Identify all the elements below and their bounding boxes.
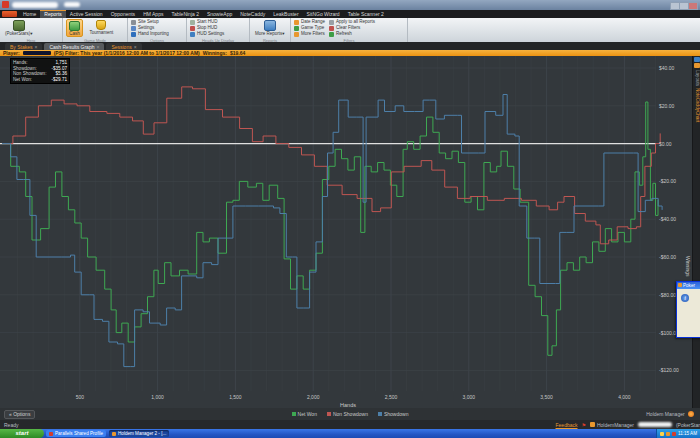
legend-item-net-won[interactable]: Net Won [292,410,317,418]
flag-icon: ⚑ [581,422,585,428]
options-items: Site SetupSettingsHand Importing [131,19,183,37]
stats-row-net-won: Net Won:-$29.71 [13,77,67,83]
hm-small-icon [590,422,595,427]
tray-alert-icon[interactable] [672,432,676,436]
close-icon[interactable]: × [35,44,38,50]
doc-tab-sessions[interactable]: Sessions× [106,43,141,50]
x-tick-label: 3,500 [540,394,553,400]
task-app-icon [49,432,53,436]
ribbon-item-hud-settings[interactable]: HUD Settings [190,31,246,37]
dock-pin-icon[interactable] [694,57,700,62]
close-icon[interactable]: × [96,44,99,50]
ribbon-item-label: Hand Importing [138,31,169,37]
start-button[interactable]: start [0,429,44,438]
filters-column-1: Date RangeGame TypeMore Filters [294,19,325,37]
ribbon-tab-leakbuster[interactable]: LeakBuster [269,10,302,18]
popup-dialog[interactable]: Poker i [676,281,700,338]
ribbon-group-reports: More Reports▾ Reports [250,18,291,43]
ribbon-tab-table-scanner-2[interactable]: Table Scanner 2 [344,10,388,18]
ribbon-item-refresh[interactable]: Refresh [329,31,375,37]
close-button[interactable] [688,2,698,10]
brand-label: Holdem Manager [646,411,684,417]
x-tick-label: 2,500 [385,394,398,400]
window-titlebar [0,0,700,10]
ribbon-tab-home[interactable]: Home [19,10,40,18]
ribbon-item-more-filters[interactable]: More Filters [294,31,325,37]
close-icon[interactable]: × [134,44,137,50]
chevron-down-icon: ▾ [282,31,284,36]
graph-footer: « Options Net WonNon ShowdownShowdown Ho… [0,408,700,420]
cash-label: Cash [69,31,80,36]
hud-gear-icon [190,32,195,37]
clock: 11:15 AM [678,431,697,436]
dock-panel-icon[interactable] [694,63,700,68]
legend-item-non-showdown[interactable]: Non Showdown [327,410,368,418]
taskbar-item-parallels-shared-profile[interactable]: Parallels Shared Profile [46,430,106,437]
ribbon-group-hud: Start HUDStop HUDHUD Settings Heads Up D… [187,18,250,43]
chart-canvas[interactable]: 5001,0001,5002,0002,5003,0003,5004,000$4… [0,56,700,408]
legend-swatch [378,412,382,416]
ribbon-tab-reports[interactable]: Reports [40,10,66,18]
tournament-button[interactable]: Tournament [87,19,115,35]
legend-label: Net Won [298,411,317,417]
legend-item-showdown[interactable]: Showdown [378,410,408,418]
x-tick-label: 500 [76,394,85,400]
redacted-quick-access [64,2,80,7]
ribbon-item-hand-importing[interactable]: Hand Importing [131,31,183,37]
y-tick-label: -$20.00 [659,178,676,184]
file-menu-button[interactable] [2,11,17,17]
doc-tab-label: Sessions [111,44,131,50]
y-tick-label: -$120.00 [659,367,679,373]
document-tab-bar: By Stakes×Cash Results Graph×Sessions× [0,42,700,50]
doc-tab-cash-results-graph[interactable]: Cash Results Graph× [44,43,104,50]
settings-gear-icon [131,26,136,31]
ribbon: (PokerStars)▾ Hero Cash Tournament Game … [0,18,700,43]
chevron-down-icon: ▾ [30,31,32,36]
ribbon-tab-hm-apps[interactable]: HM Apps [139,10,167,18]
y-tick-label: $0.00 [659,141,672,147]
x-tick-label: 1,000 [151,394,164,400]
right-dock-strip: LayoutsNoteCaddyChart [692,56,700,408]
task-app-icon [112,432,116,436]
status-bar: Ready Feedback ⚑ HoldemManager (PokerSta… [0,420,700,429]
ribbon-tab-active-session[interactable]: Active Session [66,10,107,18]
dock-tab-notecaddychart[interactable]: NoteCaddyChart [693,88,700,122]
dock-tab-layouts[interactable]: Layouts [693,70,700,86]
taskbar-item-holdem-manager-2-[interactable]: Holdem Manager 2 - [... [109,430,169,437]
ribbon-group-filters: Date RangeGame TypeMore Filters Apply to… [291,18,408,43]
ribbon-tab-bar: HomeReportsActive SessionOpponentsHM App… [0,10,700,18]
refresh-icon [329,32,334,37]
hero-player-button[interactable]: (PokerStars)▾ [3,19,35,36]
more-reports-button[interactable]: More Reports▾ [253,19,287,36]
y-axis-title: Winnings [685,256,691,277]
doc-tab-by-stakes[interactable]: By Stakes× [5,43,42,50]
apply-icon [329,20,334,25]
play-icon [190,20,195,25]
ribbon-tab-opponents[interactable]: Opponents [107,10,139,18]
windows-taskbar: start Parallels Shared ProfileHoldem Man… [0,429,700,438]
hero-player-label: (PokerStars) [5,31,30,36]
doc-tab-label: By Stakes [10,44,33,50]
more-reports-label: More Reports [255,31,282,36]
cash-button[interactable]: Cash [66,19,83,37]
chart-legend: Net WonNon ShowdownShowdown [0,410,700,418]
task-label: Holdem Manager 2 - [... [118,430,166,437]
feedback-link[interactable]: Feedback [556,422,578,428]
ribbon-tab-sitngo-wizard[interactable]: SitNGo Wizard [303,10,344,18]
graph-stats-box: Hands:1,751Showdown:-$35.07Non Showdown:… [10,58,70,84]
x-tick-label: 4,000 [618,394,631,400]
tray-hm-icon[interactable] [666,432,670,436]
stats-label: Net Won: [13,77,32,83]
filters-column-2: Apply to all ReportsClear FiltersRefresh [329,19,375,37]
tray-warning-icon[interactable] [660,432,664,436]
x-tick-label: 1,500 [229,394,242,400]
ribbon-tab-snowieapp[interactable]: SnowieApp [203,10,236,18]
y-tick-label: -$40.00 [659,216,676,222]
legend-swatch [292,412,296,416]
popup-titlebar[interactable]: Poker [677,282,700,289]
x-tick-label: 2,000 [307,394,320,400]
ribbon-item-label: More Filters [301,31,325,37]
ribbon-tab-tableninja-2[interactable]: TableNinja 2 [167,10,203,18]
ribbon-tab-notecaddy[interactable]: NoteCaddy [236,10,269,18]
filter-icon [294,32,299,37]
